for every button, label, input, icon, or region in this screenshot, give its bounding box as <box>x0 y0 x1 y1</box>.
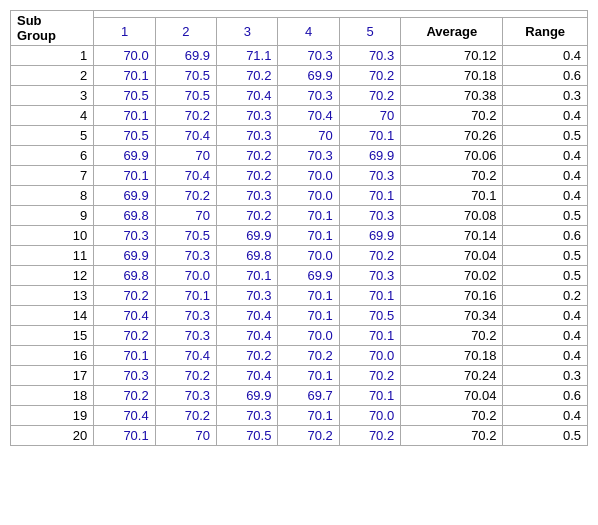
sample-4-cell: 69.9 <box>278 66 339 86</box>
subgroup-cell: 11 <box>11 246 94 266</box>
subgroup-cell: 10 <box>11 226 94 246</box>
sample-2-cell: 70.2 <box>155 106 216 126</box>
range-cell: 0.5 <box>503 206 588 226</box>
sample-5-cell: 69.9 <box>339 226 400 246</box>
sample-3-cell: 70.3 <box>217 126 278 146</box>
sample-1-cell: 70.2 <box>94 386 155 406</box>
sample-2-cell: 70.3 <box>155 246 216 266</box>
sample-3-cell: 70.4 <box>217 326 278 346</box>
sample-1-cell: 70.1 <box>94 426 155 446</box>
range-cell: 0.6 <box>503 386 588 406</box>
sample-4-cell: 69.7 <box>278 386 339 406</box>
sample-2-cell: 70.2 <box>155 406 216 426</box>
range-cell: 0.5 <box>503 266 588 286</box>
sample-5-cell: 70.0 <box>339 346 400 366</box>
sample-5-cell: 70.3 <box>339 46 400 66</box>
range-cell: 0.4 <box>503 406 588 426</box>
sample-5-cell: 70.1 <box>339 186 400 206</box>
sample-5-cell: 70.3 <box>339 206 400 226</box>
table-row: 370.570.570.470.370.270.380.3 <box>11 86 588 106</box>
avg-cell: 70.2 <box>401 106 503 126</box>
subgroup-cell: 9 <box>11 206 94 226</box>
range-cell: 0.4 <box>503 346 588 366</box>
sample-3-cell: 70.2 <box>217 146 278 166</box>
sample-5-cell: 70.1 <box>339 126 400 146</box>
sample-4-cell: 70.0 <box>278 186 339 206</box>
table-row: 1970.470.270.370.170.070.20.4 <box>11 406 588 426</box>
sample-3-cell: 70.2 <box>217 346 278 366</box>
sample-5-cell: 70.2 <box>339 426 400 446</box>
range-cell: 0.5 <box>503 246 588 266</box>
sample-1-cell: 70.4 <box>94 406 155 426</box>
subgroup-cell: 13 <box>11 286 94 306</box>
subgroup-cell: 1 <box>11 46 94 66</box>
table-row: 470.170.270.370.47070.20.4 <box>11 106 588 126</box>
subgroup-cell: 6 <box>11 146 94 166</box>
subgroup-cell: 4 <box>11 106 94 126</box>
sample-1-cell: 70.1 <box>94 106 155 126</box>
table-row: 669.97070.270.369.970.060.4 <box>11 146 588 166</box>
sample-4-cell: 70.3 <box>278 146 339 166</box>
sample-3-cell: 70.4 <box>217 366 278 386</box>
sample-4-cell: 70.0 <box>278 246 339 266</box>
sample-5-cell: 70.2 <box>339 66 400 86</box>
sample-1-cell: 69.8 <box>94 206 155 226</box>
sample-3-cell: 70.5 <box>217 426 278 446</box>
sample-1-cell: 69.9 <box>94 146 155 166</box>
sample-2-cell: 70.4 <box>155 166 216 186</box>
subgroup-cell: 12 <box>11 266 94 286</box>
sample-2-cell: 70.3 <box>155 386 216 406</box>
subgroup-header: SubGroup <box>11 11 94 46</box>
subgroup-cell: 8 <box>11 186 94 206</box>
sample-5-cell: 70.3 <box>339 166 400 186</box>
range-cell: 0.6 <box>503 66 588 86</box>
sample-4-cell: 70.1 <box>278 306 339 326</box>
subgroup-cell: 5 <box>11 126 94 146</box>
avg-cell: 70.24 <box>401 366 503 386</box>
table-row: 1670.170.470.270.270.070.180.4 <box>11 346 588 366</box>
table-row: 1269.870.070.169.970.370.020.5 <box>11 266 588 286</box>
sample-5-cell: 70.1 <box>339 386 400 406</box>
table-row: 869.970.270.370.070.170.10.4 <box>11 186 588 206</box>
sample-1-cell: 70.1 <box>94 166 155 186</box>
sample-1-cell: 70.4 <box>94 306 155 326</box>
sample-2-cell: 69.9 <box>155 46 216 66</box>
table-row: 1070.370.569.970.169.970.140.6 <box>11 226 588 246</box>
col-header-1: 1 <box>94 18 155 46</box>
sample-1-cell: 70.5 <box>94 126 155 146</box>
sample-3-cell: 70.2 <box>217 166 278 186</box>
range-cell: 0.4 <box>503 306 588 326</box>
sample-4-cell: 70.1 <box>278 206 339 226</box>
subgroup-cell: 3 <box>11 86 94 106</box>
range-cell: 0.3 <box>503 86 588 106</box>
sample-1-cell: 70.0 <box>94 46 155 66</box>
sample-4-cell: 70.0 <box>278 166 339 186</box>
range-cell: 0.4 <box>503 186 588 206</box>
sample-4-cell: 69.9 <box>278 266 339 286</box>
sample-5-cell: 70 <box>339 106 400 126</box>
sample-5-cell: 70.1 <box>339 286 400 306</box>
col-header-range: Range <box>503 18 588 46</box>
range-cell: 0.4 <box>503 146 588 166</box>
range-cell: 0.4 <box>503 46 588 66</box>
sample-3-cell: 70.1 <box>217 266 278 286</box>
sample-1-cell: 70.1 <box>94 346 155 366</box>
sample-2-cell: 70.1 <box>155 286 216 306</box>
range-cell: 0.5 <box>503 426 588 446</box>
table-row: 770.170.470.270.070.370.20.4 <box>11 166 588 186</box>
avg-cell: 70.2 <box>401 406 503 426</box>
table-row: 1169.970.369.870.070.270.040.5 <box>11 246 588 266</box>
sample-4-cell: 70.2 <box>278 346 339 366</box>
table-body: 170.069.971.170.370.370.120.4270.170.570… <box>11 46 588 446</box>
sample-5-cell: 70.0 <box>339 406 400 426</box>
sample-2-cell: 70 <box>155 426 216 446</box>
sample-1-cell: 69.8 <box>94 266 155 286</box>
sample-3-cell: 70.3 <box>217 406 278 426</box>
table-row: 1870.270.369.969.770.170.040.6 <box>11 386 588 406</box>
table-row: 570.570.470.37070.170.260.5 <box>11 126 588 146</box>
table-row: 1770.370.270.470.170.270.240.3 <box>11 366 588 386</box>
sample-1-cell: 70.2 <box>94 326 155 346</box>
sample-3-cell: 69.9 <box>217 226 278 246</box>
table-row: 170.069.971.170.370.370.120.4 <box>11 46 588 66</box>
subgroup-cell: 7 <box>11 166 94 186</box>
